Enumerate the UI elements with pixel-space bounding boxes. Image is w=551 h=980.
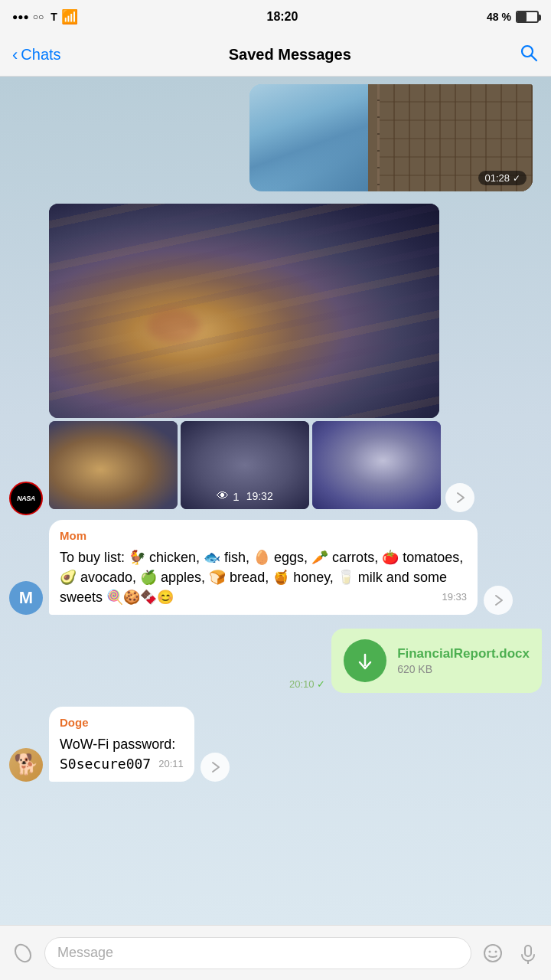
chevron-left-icon: ‹ [12, 45, 18, 65]
doge-message-bubble[interactable]: Doge WoW-Fi password:S0secure007 20:11 [49, 707, 194, 782]
forward-button-mom[interactable] [484, 586, 513, 615]
mom-message-bubble[interactable]: Mom To buy list: 🐓 chicken, 🐟 fish, 🥚 eg… [49, 520, 478, 615]
forward-button-doge[interactable] [201, 753, 230, 782]
view-count-overlay: 👁 1 19:32 [181, 489, 309, 503]
file-size: 620 KB [397, 663, 530, 675]
mom-message-text: To buy list: 🐓 chicken, 🐟 fish, 🥚 eggs, … [60, 550, 463, 605]
mom-message-time: 19:33 [442, 590, 467, 605]
clock: 18:20 [266, 10, 298, 24]
jupiter-photo-cluster[interactable]: 👁 1 19:32 [49, 204, 439, 515]
file-name: FinancialReport.docx [397, 646, 530, 662]
avatar-nasa: NASA [9, 482, 43, 515]
jupiter-thumb-2[interactable]: 👁 1 19:32 [181, 421, 309, 509]
svg-point-4 [489, 950, 491, 952]
doge-message-row: 🐕 Doge WoW-Fi password:S0secure007 20:11 [0, 702, 551, 786]
status-bar: ●●● ○○ T 📶 18:20 48 % [0, 0, 551, 34]
file-download-icon[interactable] [344, 639, 386, 682]
back-button[interactable]: ‹ Chats [12, 45, 61, 65]
photo-time-badge: 01:28 ✓ [478, 171, 527, 185]
forward-button-jupiter[interactable] [445, 483, 474, 512]
svg-rect-6 [525, 946, 531, 956]
message-input[interactable]: Message [44, 937, 471, 969]
signal-area: ●●● ○○ T 📶 [12, 8, 78, 25]
svg-point-3 [484, 945, 501, 962]
nav-bar: ‹ Chats Saved Messages [0, 34, 551, 77]
battery-area: 48 % [487, 11, 539, 23]
chat-area: 01:28 ✓ NASA [0, 77, 551, 925]
svg-point-5 [495, 950, 497, 952]
sender-name-doge: Doge [60, 714, 184, 731]
svg-line-1 [532, 55, 537, 60]
microphone-button[interactable] [514, 939, 542, 967]
file-info: FinancialReport.docx 620 KB [397, 646, 530, 675]
avatar-doge: 🐕 [9, 748, 43, 782]
search-button[interactable] [519, 43, 539, 67]
mom-message-row: M Mom To buy list: 🐓 chicken, 🐟 fish, 🥚 … [0, 515, 551, 619]
svg-point-2 [12, 942, 34, 964]
file-message-row: FinancialReport.docx 620 KB 20:10 ✓ [0, 626, 551, 696]
avatar-mom: M [9, 581, 43, 615]
page-title: Saved Messages [229, 46, 351, 64]
attach-button[interactable] [9, 939, 37, 967]
emoji-button[interactable] [479, 939, 507, 967]
file-message-bubble[interactable]: FinancialReport.docx 620 KB [331, 629, 542, 693]
input-bar: Message [0, 925, 551, 980]
sender-name-mom: Mom [60, 528, 467, 544]
jupiter-thumb-1[interactable] [49, 421, 178, 509]
file-message-time: 20:10 ✓ [289, 678, 325, 690]
doge-message-time: 20:11 [158, 757, 184, 772]
back-label[interactable]: Chats [21, 46, 60, 64]
building-photo-message[interactable]: 01:28 ✓ [249, 84, 533, 191]
jupiter-thumb-3[interactable] [312, 421, 441, 509]
